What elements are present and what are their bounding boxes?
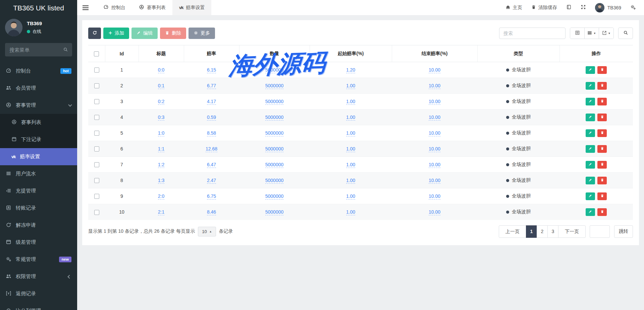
cell-odds-editable[interactable]: 6.75 (207, 193, 216, 200)
cell-end-editable[interactable]: 10.00 (429, 209, 440, 215)
settings-gears-icon[interactable] (630, 4, 636, 11)
column-header-end[interactable]: 结束赔率(%) (392, 45, 477, 62)
row-delete-button[interactable] (597, 129, 607, 137)
row-edit-button[interactable] (586, 66, 595, 74)
language-flag-icon[interactable] (566, 4, 572, 11)
sidebar-item-event-list[interactable]: 赛事列表 (0, 114, 77, 131)
row-edit-button[interactable] (586, 161, 595, 169)
row-checkbox[interactable] (94, 68, 99, 73)
cell-start-editable[interactable]: 1.00 (346, 193, 355, 200)
cell-start-editable[interactable]: 1.00 (346, 99, 355, 105)
sidebar-item-events[interactable]: 赛事管理 (0, 97, 77, 114)
cell-qty-editable[interactable]: 5000000 (265, 193, 284, 200)
cell-qty-editable[interactable]: 5000000 (265, 162, 284, 168)
more-button[interactable]: 更多 (189, 28, 215, 39)
cell-end-editable[interactable]: 10.00 (429, 67, 440, 73)
tab-console[interactable]: 控制台 (97, 0, 132, 15)
cell-end-editable[interactable]: 10.00 (429, 99, 440, 105)
row-checkbox[interactable] (94, 162, 99, 167)
cell-title-editable[interactable]: 0:1 (158, 83, 164, 89)
row-edit-button[interactable] (586, 177, 595, 184)
clear-cache-link[interactable]: 清除缓存 (531, 5, 557, 11)
column-header-start[interactable]: 起始赔率(%) (310, 45, 392, 62)
sidebar-item-console[interactable]: 控制台 hot (0, 62, 77, 80)
column-header-id[interactable]: Id (105, 45, 139, 62)
jump-page-input[interactable] (590, 225, 610, 238)
row-edit-button[interactable] (586, 114, 595, 121)
cell-start-editable[interactable]: 1.00 (346, 178, 355, 184)
cell-end-editable[interactable]: 10.00 (429, 83, 440, 89)
cell-odds-editable[interactable]: 6.77 (207, 83, 216, 89)
cell-qty-editable[interactable]: 5000000 (265, 115, 284, 121)
search-icon[interactable] (63, 47, 68, 53)
cell-odds-editable[interactable]: 8.58 (207, 130, 216, 136)
row-edit-button[interactable] (586, 208, 595, 216)
user-menu[interactable]: TB369 (595, 3, 621, 12)
cell-qty-editable[interactable]: 5000000 (265, 67, 284, 73)
sidebar-item-commission-records[interactable]: 返佣记录 (0, 285, 77, 302)
cell-odds-editable[interactable]: 2.47 (207, 178, 216, 184)
cell-odds-editable[interactable]: 4.17 (207, 99, 216, 105)
cell-start-editable[interactable]: 1.00 (346, 146, 355, 152)
columns-button[interactable]: ▼ (585, 28, 599, 39)
prev-page-button[interactable]: 上一页 (499, 225, 526, 238)
sidebar-item-transfer-records[interactable]: 转账记录 (0, 200, 77, 217)
page-size-select[interactable]: 10 ▲ (198, 227, 216, 236)
sidebar-item-deposit-withdraw[interactable]: 充提管理 (0, 182, 77, 200)
select-all-checkbox[interactable] (94, 51, 99, 56)
row-delete-button[interactable] (597, 114, 607, 121)
sidebar-search-input[interactable] (5, 43, 72, 56)
toggle-view-button[interactable] (570, 28, 585, 39)
sidebar-item-score-columns[interactable]: 比分列管理 (0, 302, 77, 310)
sidebar-item-unfreeze-requests[interactable]: 解冻申请 (0, 217, 77, 234)
cell-odds-editable[interactable]: 12.68 (206, 146, 217, 152)
cell-start-editable[interactable]: 1.00 (346, 115, 355, 121)
cell-title-editable[interactable]: 1:0 (158, 130, 164, 136)
row-delete-button[interactable] (597, 145, 607, 153)
fullscreen-icon[interactable] (581, 4, 586, 11)
row-delete-button[interactable] (597, 177, 607, 184)
row-delete-button[interactable] (597, 208, 607, 216)
cell-start-editable[interactable]: 1.00 (346, 162, 355, 168)
cell-title-editable[interactable]: 1:3 (158, 178, 164, 184)
row-checkbox[interactable] (94, 194, 99, 199)
row-checkbox[interactable] (94, 131, 99, 136)
page-button-2[interactable]: 2 (537, 225, 548, 238)
column-header-type[interactable]: 类型 (477, 45, 559, 62)
row-delete-button[interactable] (597, 66, 607, 74)
row-delete-button[interactable] (597, 161, 607, 169)
row-checkbox[interactable] (94, 178, 99, 183)
cell-qty-editable[interactable]: 5000000 (265, 130, 284, 136)
edit-button[interactable]: 编辑 (131, 28, 158, 39)
row-checkbox[interactable] (94, 83, 99, 88)
delete-button[interactable]: 删除 (160, 28, 186, 39)
sidebar-item-user-flow[interactable]: 用户流水 (0, 165, 77, 182)
cell-end-editable[interactable]: 10.00 (429, 178, 440, 184)
row-edit-button[interactable] (586, 98, 595, 105)
row-delete-button[interactable] (597, 192, 607, 200)
cell-qty-editable[interactable]: 5000000 (265, 209, 284, 215)
page-button-3[interactable]: 3 (547, 225, 558, 238)
sidebar-item-bet-records[interactable]: 下注记录 (0, 131, 77, 148)
row-delete-button[interactable] (597, 82, 607, 90)
refresh-button[interactable] (88, 28, 101, 39)
cell-start-editable[interactable]: 1.20 (346, 67, 355, 73)
row-checkbox[interactable] (94, 210, 99, 215)
column-header-qty[interactable]: 数量 (239, 45, 310, 62)
cell-qty-editable[interactable]: 5000000 (265, 178, 284, 184)
column-header-odds[interactable]: 赔率 (184, 45, 239, 62)
cell-odds-editable[interactable]: 6.15 (207, 67, 216, 73)
cell-title-editable[interactable]: 1:2 (158, 162, 164, 168)
sidebar-item-level-diff[interactable]: 级差管理 (0, 234, 77, 251)
cell-start-editable[interactable]: 1.00 (346, 209, 355, 215)
cell-start-editable[interactable]: 1.00 (346, 83, 355, 89)
sidebar-item-odds-settings[interactable]: vk 赔率设置 (0, 148, 77, 165)
column-header-title[interactable]: 标题 (139, 45, 184, 62)
row-edit-button[interactable] (586, 82, 595, 90)
cell-end-editable[interactable]: 10.00 (429, 130, 440, 136)
export-button[interactable]: ▼ (599, 28, 613, 39)
cell-odds-editable[interactable]: 0.59 (207, 115, 216, 121)
cell-end-editable[interactable]: 10.00 (429, 162, 440, 168)
row-edit-button[interactable] (586, 129, 595, 137)
cell-title-editable[interactable]: 0:2 (158, 99, 164, 105)
